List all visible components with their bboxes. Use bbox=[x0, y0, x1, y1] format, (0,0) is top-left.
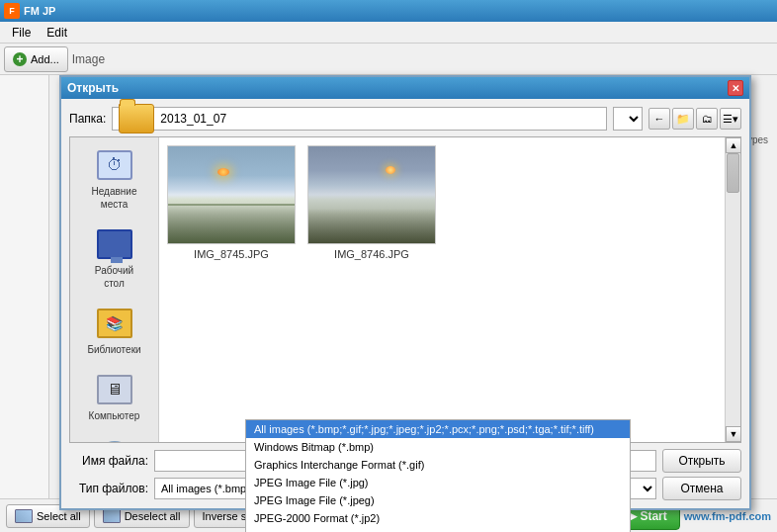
dialog-close-button[interactable]: ✕ bbox=[728, 80, 743, 96]
recent-icon bbox=[95, 147, 134, 183]
cancel-button[interactable]: Отмена bbox=[662, 477, 741, 500]
file-thumbnail-2 bbox=[307, 145, 436, 244]
nav-network[interactable]: Сеть bbox=[74, 432, 154, 443]
filetype-label: Тип файлов: bbox=[69, 482, 148, 495]
dialog-nav: Недавниеместа Рабочийстол bbox=[70, 137, 159, 442]
dropdown-item-5[interactable]: JPEG-2000 Format (*.jp2) bbox=[246, 509, 630, 527]
nav-libraries[interactable]: Библиотеки bbox=[74, 300, 154, 362]
select-all-label: Select all bbox=[37, 510, 81, 522]
library-icon bbox=[95, 306, 134, 341]
file-thumbnail-1 bbox=[167, 145, 296, 244]
deselect-all-label: Deselect all bbox=[125, 510, 181, 522]
open-button[interactable]: Открыть bbox=[662, 449, 741, 473]
menu-file[interactable]: File bbox=[4, 24, 39, 42]
location-dropdown[interactable] bbox=[613, 107, 643, 131]
menu-bar: File Edit bbox=[0, 22, 777, 44]
menu-edit[interactable]: Edit bbox=[39, 24, 75, 42]
app-icon: F bbox=[4, 3, 20, 19]
back-button[interactable]: ← bbox=[648, 108, 670, 130]
scroll-down-button[interactable]: ▼ bbox=[726, 426, 741, 442]
file-name-2: IMG_8746.JPG bbox=[334, 248, 409, 260]
scroll-thumb[interactable] bbox=[727, 153, 739, 193]
nav-computer[interactable]: Компьютер bbox=[74, 366, 154, 428]
file-browser: Недавниеместа Рабочийстол bbox=[69, 136, 741, 443]
dialog-titlebar: Открыть ✕ bbox=[61, 77, 749, 99]
filename-label: Имя файла: bbox=[69, 454, 148, 468]
dialog-title: Открыть bbox=[67, 81, 119, 95]
status-logo: www.fm-pdf.com bbox=[684, 510, 771, 522]
folder-icon bbox=[119, 104, 154, 133]
file-item-2[interactable]: IMG_8746.JPG bbox=[307, 145, 436, 260]
location-label: Папка: bbox=[69, 112, 106, 126]
file-item-1[interactable]: IMG_8745.JPG bbox=[167, 145, 296, 260]
left-panel bbox=[0, 75, 49, 498]
scroll-up-button[interactable]: ▲ bbox=[726, 137, 741, 153]
dropdown-item-1[interactable]: Windows Bitmap (*.bmp) bbox=[246, 438, 630, 456]
scrollbar: ▲ ▼ bbox=[725, 137, 740, 442]
main-content: Открыть ✕ Папка: 2013_01_07 ← bbox=[0, 75, 777, 498]
network-icon bbox=[95, 438, 134, 443]
scroll-track bbox=[726, 153, 740, 426]
add-button[interactable]: + Add... bbox=[4, 46, 68, 72]
filetype-dropdown: All images (*.bmp;*.gif;*.jpg;*.jpeg;*.j… bbox=[245, 419, 631, 532]
dropdown-item-4[interactable]: JPEG Image File (*.jpeg) bbox=[246, 491, 630, 509]
folder-name: 2013_01_07 bbox=[160, 112, 226, 126]
folder-up-button[interactable]: 📁 bbox=[672, 108, 694, 130]
nav-recent[interactable]: Недавниеместа bbox=[74, 141, 154, 217]
dropdown-item-2[interactable]: Graphics Interchange Format (*.gif) bbox=[246, 456, 630, 474]
nav-desktop[interactable]: Рабочийстол bbox=[74, 221, 154, 296]
app-titlebar: F FM JP bbox=[0, 0, 777, 22]
location-input[interactable]: 2013_01_07 bbox=[112, 107, 607, 131]
dropdown-item-0[interactable]: All images (*.bmp;*.gif;*.jpg;*.jpeg;*.j… bbox=[246, 420, 630, 438]
add-icon: + bbox=[13, 52, 27, 66]
select-all-icon bbox=[15, 509, 33, 523]
location-bar: Папка: 2013_01_07 ← 📁 🗂 ☰▾ bbox=[69, 107, 741, 131]
new-folder-button[interactable]: 🗂 bbox=[696, 108, 718, 130]
desktop-icon bbox=[95, 226, 134, 262]
view-button[interactable]: ☰▾ bbox=[720, 108, 741, 130]
dropdown-item-3[interactable]: JPEG Image File (*.jpg) bbox=[246, 474, 630, 491]
image-label: Image bbox=[72, 52, 105, 66]
computer-icon bbox=[95, 372, 134, 407]
file-name-1: IMG_8745.JPG bbox=[194, 248, 269, 260]
nav-buttons: ← 📁 🗂 ☰▾ bbox=[648, 108, 741, 130]
deselect-all-icon bbox=[103, 509, 121, 523]
dropdown-item-6[interactable]: Paintbrush File (*.pcx) bbox=[246, 527, 630, 532]
file-area: IMG_8745.JPG IMG_8746.JPG bbox=[159, 137, 725, 442]
app-toolbar: + Add... Image bbox=[0, 44, 777, 75]
app-title: FM JP bbox=[24, 5, 55, 17]
start-label: ▶ Start bbox=[628, 509, 667, 523]
